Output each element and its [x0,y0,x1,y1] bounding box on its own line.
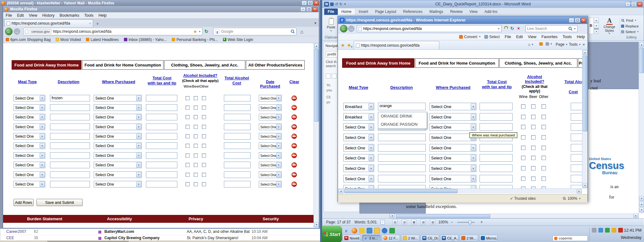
select-where-purchased[interactable]: Select One▼ [94,162,142,168]
dropdown-arrow-icon[interactable]: ▼ [471,114,476,120]
select-date-purchased[interactable]: Select One▼ [259,114,282,120]
select-where-purchased[interactable]: Select One▼ [430,144,476,152]
input-total-cost[interactable] [146,181,177,187]
maximize-button[interactable]: ▢ [306,7,312,12]
checkbox-other[interactable] [202,182,206,186]
dropdown-arrow-icon[interactable]: ▼ [276,182,281,187]
select-where-purchased[interactable]: Select One▼ [94,181,142,187]
dropdown-arrow-icon[interactable]: ▼ [276,172,281,177]
checkbox-other[interactable] [202,96,206,100]
checkbox-wine[interactable] [521,115,525,119]
print-button[interactable]: ▼ [546,42,552,46]
select-meal-type[interactable]: Select One▼ [343,175,374,182]
search-icon[interactable] [569,27,572,31]
checkbox-beer[interactable] [194,125,198,129]
autocomplete-option[interactable]: ORANGE PASSION [378,120,427,129]
mail-subject[interactable]: St. Patrick's Day Shenanigans! [187,236,250,241]
checkbox-other[interactable] [541,115,546,119]
close-button[interactable]: × [637,2,642,7]
scroll-up-icon[interactable]: ▲ [639,42,644,47]
clock-day[interactable]: Wednesday [621,235,641,240]
select-meal-type[interactable]: Select One▼ [343,144,374,152]
select-date-purchased[interactable]: Select One▼ [259,171,282,178]
internet-explorer-icon[interactable] [344,228,350,233]
ribbon-tab-mailings[interactable]: Mailings [426,9,447,15]
mail-folder[interactable]: Career2007 [6,229,33,234]
col-header-alcohol-included[interactable]: Alcohol Included? [523,74,546,84]
ie-menu-view[interactable]: View [525,35,539,39]
input-description[interactable] [50,162,90,168]
url-text[interactable]: https://respond.census.gov/ced/fda [53,29,192,34]
col-header-cost[interactable]: Cost [564,89,582,94]
taskbar-button-12-f[interactable]: 12 F... [382,235,400,241]
maximize-button[interactable]: ▢ [308,1,313,5]
dropdown-arrow-icon[interactable]: ▼ [40,153,45,158]
select-date-purchased[interactable]: Select One▼ [259,95,282,101]
taskbar-button-2-mi[interactable]: 2 Mi... [460,235,478,241]
select-where-purchased[interactable]: Select One▼ [94,152,142,159]
ribbon-tab-add-ins[interactable]: Add-Ins [481,9,501,15]
gallery-expand-icon[interactable]: ▼ [594,29,599,34]
dropdown-arrow-icon[interactable]: ▼ [369,103,374,110]
category-tab-food-and-drink-away-from-home[interactable]: Food and Drink Away from Home [12,60,81,70]
select-meal-type[interactable]: Select One▼ [14,104,45,111]
dropdown-arrow-icon[interactable]: ▼ [471,103,476,110]
col-header-with-tax[interactable]: with tax and tip [482,84,512,89]
customize-qat-icon[interactable]: ▼ [344,3,346,6]
taskbar-button-novell[interactable]: Novell... [343,235,361,241]
select-meal-type[interactable]: Select One▼ [343,154,374,162]
col-header-meal-type[interactable]: Meal Type [343,85,374,90]
select-where-purchased[interactable]: Select One▼ [94,104,142,111]
clear-row-icon[interactable] [291,153,297,158]
refresh-button[interactable]: ↻ [510,26,514,31]
dropdown-arrow-icon[interactable]: ▼ [369,165,374,171]
search-dropdown-icon[interactable]: ▼ [574,27,576,30]
ribbon-tab-references[interactable]: References [400,9,426,15]
col-header-description[interactable]: Description [53,80,84,84]
minimize-button[interactable]: – [569,18,574,23]
dropdown-arrow-icon[interactable]: ▼ [471,124,476,130]
dropdown-arrow-icon[interactable]: ▼ [471,165,476,171]
col-header-total-alcohol[interactable]: Total Alcohol [564,79,582,84]
url-text[interactable]: https://respond.census.gov/ced/fda [363,26,496,31]
forward-button[interactable]: → [348,26,354,32]
checkbox-wine[interactable] [186,182,190,186]
dropdown-arrow-icon[interactable]: ▼ [40,114,45,120]
input-total-cost[interactable] [146,171,177,178]
col-header-cost[interactable]: Cost [223,81,251,85]
input-description[interactable] [50,142,90,149]
select-meal-type[interactable]: Select One▼ [343,134,374,141]
select-button[interactable]: Select [484,35,500,39]
minimize-button[interactable]: – [302,1,307,5]
new-tab-button[interactable]: + [94,20,101,27]
desktop-search-input[interactable]: copernic [552,235,588,241]
footer-link-burden-statement[interactable]: Burden Statement [27,216,62,221]
volume-icon[interactable] [592,228,597,233]
input-description[interactable] [378,185,426,188]
col-header-total-cost[interactable]: Total Cost [482,79,512,84]
maximize-button[interactable]: ▢ [631,2,636,7]
checkbox-wine[interactable] [521,166,525,170]
checkbox-other[interactable] [541,125,546,129]
dropdown-arrow-icon[interactable]: ▼ [369,176,374,182]
zoom-level[interactable]: 100% [438,220,448,224]
ribbon-tab-review[interactable]: Review [447,9,466,15]
dropdown-arrow-icon[interactable]: ▼ [276,143,281,148]
checkbox-other[interactable] [541,156,546,160]
col-header-description[interactable]: Description [386,85,417,90]
search-input[interactable]: g Google [213,28,297,35]
scrollbar-thumb[interactable] [344,189,458,193]
back-button[interactable]: ← [340,25,347,32]
dropdown-arrow-icon[interactable]: ▼ [369,134,374,141]
checkbox-other[interactable] [541,146,546,150]
back-button[interactable]: ← [5,28,13,35]
category-tab-food-and-drink-away-from-home[interactable]: Food and Drink Away from Home [342,58,414,68]
input-description[interactable]: frozen [50,95,90,101]
favorites-icon[interactable]: ★ [341,42,345,48]
checkbox-wine[interactable] [186,106,190,110]
dropdown-arrow-icon[interactable]: ▼ [369,145,374,151]
draft-view-icon[interactable]: ▨ [430,220,435,225]
ie-titlebar[interactable]: e https://respond.census.gov/ced/fda - W… [338,16,587,24]
select-where-purchased[interactable]: Select One▼ [430,185,476,188]
email-icon[interactable] [359,228,365,233]
